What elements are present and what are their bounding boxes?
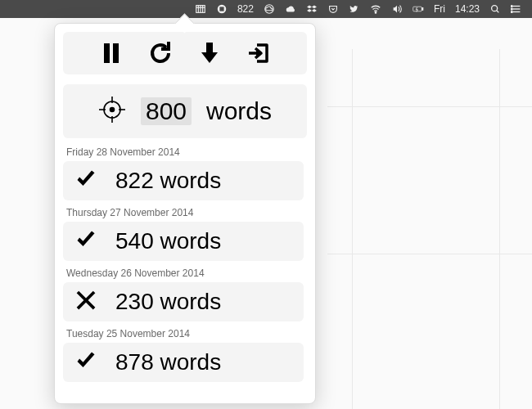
svg-point-17: [511, 8, 512, 10]
entry-date: Friday 28 November 2014: [63, 146, 304, 161]
dropbox-icon[interactable]: [306, 3, 318, 15]
svg-rect-6: [219, 7, 223, 11]
check-icon: [74, 168, 97, 194]
menubar-word-count[interactable]: 822: [237, 3, 254, 15]
battery-icon[interactable]: [413, 3, 424, 15]
pause-button[interactable]: [98, 40, 124, 66]
target-icon: [98, 96, 126, 127]
exit-button[interactable]: [246, 40, 272, 66]
download-button[interactable]: [196, 40, 223, 66]
cross-icon: [74, 289, 97, 315]
app-count-badge[interactable]: [216, 3, 228, 15]
svg-point-16: [511, 6, 512, 7]
history-entry: Wednesday 26 November 2014230 words: [63, 267, 304, 321]
entry-date: Tuesday 25 November 2014: [63, 328, 304, 343]
history-entry: Friday 28 November 2014822 words: [63, 146, 304, 200]
word-counter-popover: 800 words Friday 28 November 2014822 wor…: [54, 23, 316, 404]
entry-body[interactable]: 878 words: [63, 343, 304, 382]
cloud-icon[interactable]: [285, 3, 296, 15]
svg-point-11: [492, 6, 498, 11]
svg-point-23: [110, 108, 114, 112]
twitter-icon[interactable]: [349, 3, 360, 15]
volume-icon[interactable]: [391, 3, 403, 15]
target-row: 800 words: [63, 84, 307, 138]
check-icon: [74, 349, 97, 375]
history-list[interactable]: Friday 28 November 2014822 wordsThursday…: [63, 146, 307, 395]
toolbar: [63, 32, 307, 74]
menubar-day[interactable]: Fri: [434, 3, 445, 15]
menubar-time[interactable]: 14:23: [455, 3, 480, 15]
entry-body[interactable]: 540 words: [63, 222, 304, 261]
entry-count: 878 words: [115, 349, 221, 375]
svg-line-12: [497, 11, 499, 13]
entry-body[interactable]: 822 words: [63, 161, 304, 200]
svg-rect-21: [206, 43, 213, 54]
mac-menubar: 822 Fri 14:23: [0, 0, 532, 18]
entry-count: 540 words: [115, 228, 221, 254]
target-unit-label: words: [206, 97, 272, 125]
svg-rect-20: [113, 43, 119, 63]
entry-body[interactable]: 230 words: [63, 282, 304, 321]
pocket-icon[interactable]: [327, 3, 339, 15]
entry-date: Thursday 27 November 2014: [63, 207, 304, 222]
check-icon: [74, 228, 97, 254]
refresh-button[interactable]: [147, 40, 174, 66]
svg-point-18: [511, 11, 512, 13]
entry-count: 230 words: [115, 289, 221, 315]
grid-icon[interactable]: [195, 3, 206, 15]
history-entry: Tuesday 25 November 2014878 words: [63, 328, 304, 382]
svg-rect-10: [422, 8, 423, 11]
svg-point-8: [375, 12, 376, 13]
spotlight-icon[interactable]: [489, 3, 501, 15]
svg-rect-19: [104, 43, 110, 63]
target-value-input[interactable]: 800: [141, 97, 192, 125]
entry-count: 822 words: [115, 168, 221, 194]
creative-cloud-icon[interactable]: [264, 3, 275, 15]
history-entry: Thursday 27 November 2014540 words: [63, 207, 304, 261]
notification-center-icon[interactable]: [511, 3, 522, 15]
wifi-icon[interactable]: [370, 3, 381, 15]
entry-date: Wednesday 26 November 2014: [63, 267, 304, 282]
